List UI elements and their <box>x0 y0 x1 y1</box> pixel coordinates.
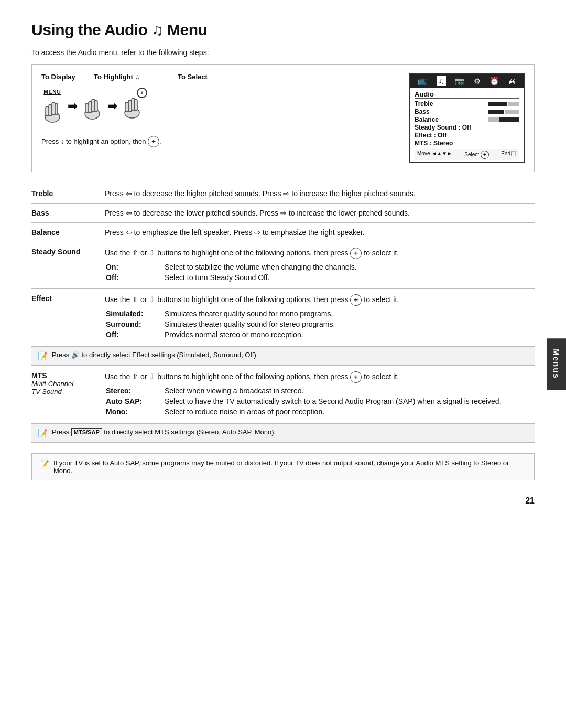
intro-text: To access the Audio menu, refer to the f… <box>31 48 535 57</box>
desc-steady: Use the ⇧ or ⇩ buttons to highlight one … <box>105 242 535 289</box>
desc-bass: Press ⇦ to decrease the lower pitched so… <box>105 204 535 223</box>
screen-top-bar: 📺 ♫ 📷 ⚙ ⏰ 🖨 <box>410 74 524 88</box>
svg-rect-13 <box>135 99 137 111</box>
screen-row-bass: Bass <box>415 108 519 115</box>
svg-rect-1 <box>49 104 52 116</box>
svg-rect-8 <box>95 100 97 112</box>
warning-text: If your TV is set to Auto SAP, some prog… <box>53 459 527 475</box>
screen-box: 📺 ♫ 📷 ⚙ ⏰ 🖨 Audio Treble Bass <box>409 73 525 163</box>
svg-rect-4 <box>46 106 49 116</box>
label-bass: Bass <box>31 204 105 223</box>
note-effect-text: Press 🔊 to directly select Effect settin… <box>52 351 258 359</box>
instruction-labels: To Display To Highlight ♫ To Select <box>41 73 409 81</box>
mts-sap-btn: MTS/SAP <box>71 428 102 436</box>
content-table-mts: MTS Multi-ChannelTV Sound Use the ⇧ or ⇩… <box>31 366 535 423</box>
list-item: On: Select to stabilize the volume when … <box>106 262 529 272</box>
desc-balance: Press ⇦ to emphasize the left speaker. P… <box>105 223 535 242</box>
desc-mts: Use the ⇧ or ⇩ buttons to highlight one … <box>105 366 535 423</box>
screen-steady: Steady Sound : Off <box>415 124 519 131</box>
svg-rect-9 <box>85 103 89 113</box>
instruction-left: To Display To Highlight ♫ To Select MENU… <box>41 73 409 147</box>
svg-rect-11 <box>128 100 132 112</box>
note-icon-mts: 📝 <box>38 429 48 438</box>
enter-btn: + <box>148 136 159 147</box>
table-row-treble: Treble Press ⇦ to decrease the higher pi… <box>31 184 535 204</box>
arrow-icon-1: ➡ <box>68 100 77 113</box>
arrow-icon-2: ➡ <box>107 100 117 113</box>
sub-table-steady: On: Select to stabilize the volume when … <box>105 261 530 283</box>
label-steady: Steady Sound <box>31 242 105 289</box>
desc-effect: Use the ⇧ or ⇩ buttons to highlight one … <box>105 289 535 346</box>
note-mts-text: Press MTS/SAP to directly select MTS set… <box>52 428 276 436</box>
svg-rect-2 <box>52 102 55 115</box>
table-row-bass: Bass Press ⇦ to decrease the lower pitch… <box>31 204 535 223</box>
sub-table-mts: Stereo: Select when viewing a broadcast … <box>105 385 530 417</box>
screen-audio-title: Audio <box>415 90 519 99</box>
screen-row-treble: Treble <box>415 100 519 108</box>
svg-rect-3 <box>55 103 58 115</box>
label-effect: Effect <box>31 289 105 346</box>
desc-treble: Press ⇦ to decrease the higher pitched s… <box>105 184 535 204</box>
lbl-display: To Display <box>41 73 94 81</box>
screen-bottom: Move ◄▲▼► Select + End📋 <box>415 149 519 160</box>
table-row-effect: Effect Use the ⇧ or ⇩ buttons to highlig… <box>31 289 535 346</box>
lbl-select: To Select <box>178 73 225 81</box>
label-mts: MTS Multi-ChannelTV Sound <box>31 366 105 423</box>
lbl-highlight: To Highlight ♫ <box>94 73 178 81</box>
screen-icon-1: 📺 <box>418 77 428 86</box>
press-note: Press ↓ to highlight an option, then +. <box>41 136 409 147</box>
page-number: 21 <box>31 496 535 506</box>
screen-icon-6: 🖨 <box>508 77 516 85</box>
list-item: Mono: Select to reduce noise in areas of… <box>106 407 529 416</box>
sub-table-effect: Simulated: Simulates theater quality sou… <box>105 308 530 340</box>
page-title: Using the Audio ♫ Menu <box>31 21 535 39</box>
screen-content: Audio Treble Bass Balance <box>410 88 524 162</box>
svg-rect-7 <box>92 99 95 112</box>
note-effect-row: 📝 Press 🔊 to directly select Effect sett… <box>31 346 535 366</box>
hand-icon-3-wrap: + <box>121 92 143 121</box>
list-item: Stereo: Select when viewing a broadcast … <box>106 386 529 395</box>
hand-icon-1 <box>41 96 63 123</box>
svg-rect-6 <box>89 101 92 113</box>
note-icon-effect: 📝 <box>38 351 48 361</box>
instruction-icons: MENU ➡ ➡ <box>41 89 409 123</box>
svg-rect-12 <box>132 98 135 111</box>
screen-mts: MTS : Stereo <box>415 140 519 147</box>
screen-icon-5: ⏰ <box>489 77 499 86</box>
table-row-balance: Balance Press ⇦ to emphasize the left sp… <box>31 223 535 242</box>
content-table: Treble Press ⇦ to decrease the higher pi… <box>31 184 535 346</box>
screen-icon-2: ♫ <box>437 76 445 86</box>
label-balance: Balance <box>31 223 105 242</box>
menu-label: MENU <box>43 89 61 95</box>
list-item: Auto SAP: Select to have the TV automati… <box>106 397 529 406</box>
side-tab: Menus <box>547 338 566 390</box>
table-row-mts: MTS Multi-ChannelTV Sound Use the ⇧ or ⇩… <box>31 366 535 423</box>
select-circle-icon: + <box>137 88 147 98</box>
list-item: Surround: Simulates theater quality soun… <box>106 319 529 329</box>
hand-icon-2 <box>81 93 103 120</box>
svg-rect-14 <box>125 102 128 112</box>
instruction-box: To Display To Highlight ♫ To Select MENU… <box>31 64 535 172</box>
list-item: Simulated: Simulates theater quality sou… <box>106 309 529 318</box>
table-row-steady: Steady Sound Use the ⇧ or ⇩ buttons to h… <box>31 242 535 289</box>
screen-icon-3: 📷 <box>455 77 465 86</box>
list-item: Off: Provides normal stereo or mono rece… <box>106 330 529 339</box>
label-treble: Treble <box>31 184 105 204</box>
screen-row-balance: Balance <box>415 116 519 123</box>
screen-effect: Effect : Off <box>415 132 519 139</box>
warning-row: 📝 If your TV is set to Auto SAP, some pr… <box>31 453 535 480</box>
note-mts-row: 📝 Press MTS/SAP to directly select MTS s… <box>31 423 535 443</box>
list-item: Off: Select to turn Steady Sound Off. <box>106 273 529 282</box>
menu-hand: MENU <box>41 89 63 123</box>
screen-icon-4: ⚙ <box>474 77 481 86</box>
label-mts-sublabel: Multi-ChannelTV Sound <box>31 380 101 395</box>
warning-icon: 📝 <box>39 459 49 469</box>
